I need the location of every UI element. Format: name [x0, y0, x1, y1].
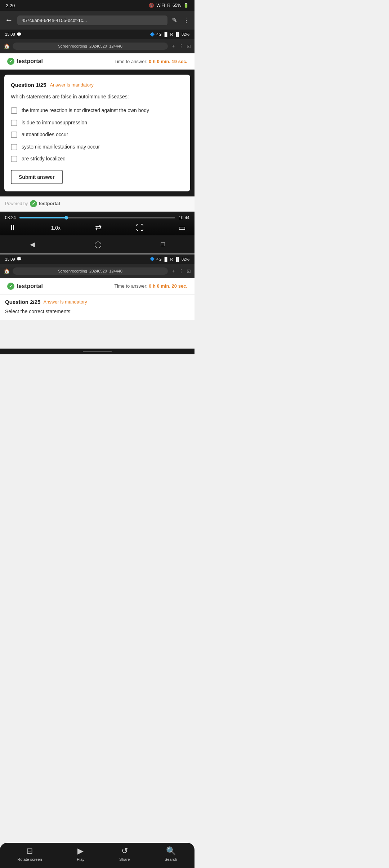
option-item-1[interactable]: the immune reaction is not directed agai…	[11, 107, 184, 114]
video-controls-1[interactable]: 03:24 10:44 ⏸ 1.0x ⇄ ⛶ ▭	[0, 212, 194, 235]
progress-start-1: 03:24	[5, 215, 16, 220]
inner-battery-2: 82%	[182, 257, 189, 261]
inner-menu-icon-2: ⋮	[179, 268, 184, 274]
inner-plus-icon: ＋	[171, 43, 176, 49]
inner-signal-3: ▐▌	[163, 257, 169, 261]
option-label-4: systemic manifestations may occur	[22, 143, 100, 151]
pip-icon[interactable]: ▭	[178, 223, 186, 232]
inner-4g-label-2: 4G	[156, 257, 162, 261]
whatsapp-icon-2: 💬	[17, 257, 22, 261]
question-header-1: Question 1/25 Answer is mandatory	[11, 82, 184, 88]
browser-action-icons: ✎ ⋮	[172, 16, 189, 24]
status-right: 📵 WiFi R 65% 🔋	[149, 3, 189, 8]
recents-nav-1[interactable]: □	[161, 240, 165, 248]
timer-value-1: 0 h 0 min. 19 sec.	[149, 59, 187, 64]
video-block-1: 13:08 💬 🔷 4G ▐▌ R ▐▌ 82% 🏠 Screenrecordi…	[0, 30, 194, 253]
question-text-2: Select the correct statements:	[5, 308, 189, 315]
speed-label-1[interactable]: 1.0x	[51, 225, 61, 231]
option-label-1: the immune reaction is not directed agai…	[22, 107, 149, 114]
inner-scan-icon-2: ⊡	[187, 268, 191, 274]
status-time: 2:20	[6, 3, 15, 8]
question-number-2: Question 2/25	[5, 299, 40, 305]
pause-button-1[interactable]: ⏸	[9, 223, 17, 232]
testportal-logo-1: ✓ testportal	[7, 58, 43, 65]
inner-signal-1: ▐▌	[163, 32, 169, 36]
inner-scan-icon: ⊡	[187, 43, 191, 49]
inner-home-icon: 🏠	[4, 43, 10, 49]
inner-status-bar-1: 13:08 💬 🔷 4G ▐▌ R ▐▌ 82%	[0, 30, 194, 39]
browser-toolbar: ← 457c6ab9-6d4e-4155-bcbf-1c... ✎ ⋮	[0, 11, 194, 30]
inner-browser-bar-2: 🏠 Screenrecording_20240520_124440 ＋ ⋮ ⊡	[0, 264, 194, 278]
signal-label: R	[167, 3, 170, 8]
checkbox-5[interactable]	[11, 156, 17, 162]
back-nav-1[interactable]: ◀	[30, 240, 35, 248]
inner-r-label: R	[170, 32, 173, 36]
inner-browser-bar-1: 🏠 Screenrecording_20240520_124440 ＋ ⋮ ⊡	[0, 39, 194, 53]
powered-logo-1: ✓ testportal	[30, 200, 60, 207]
inner-signal-4: ▐▌	[174, 257, 180, 261]
testportal-logo-2: ✓ testportal	[7, 283, 43, 290]
testportal-header-1: ✓ testportal Time to answer: 0 h 0 min. …	[0, 53, 194, 70]
progress-row-1: 03:24 10:44	[5, 215, 189, 220]
battery-label: 65%	[173, 3, 181, 8]
check-circle-icon-2: ✓	[7, 283, 14, 290]
option-list-1: the immune reaction is not directed agai…	[11, 107, 184, 163]
timer-1: Time to answer: 0 h 0 min. 19 sec.	[114, 59, 187, 64]
wifi-icon: WiFi	[156, 3, 165, 8]
inner-bt-icon-2: 🔷	[150, 257, 155, 261]
testportal-name-1: testportal	[17, 58, 43, 65]
inner-url-bar-1: Screenrecording_20240520_124440	[13, 43, 168, 50]
browser-url-bar[interactable]: 457c6ab9-6d4e-4155-bcbf-1c...	[17, 15, 167, 25]
powered-by-label-1: Powered by	[5, 201, 28, 206]
timer-label-2: Time to answer:	[114, 283, 147, 289]
inner-bt-icon: 🔷	[150, 32, 155, 37]
timer-2: Time to answer: 0 h 0 min. 20 sec.	[114, 283, 187, 289]
android-nav-1: ◀ ◯ □	[0, 235, 194, 253]
progress-end-1: 10:44	[179, 215, 189, 220]
testportal-header-2: ✓ testportal Time to answer: 0 h 0 min. …	[0, 278, 194, 294]
option-item-2[interactable]: is due to immunosuppression	[11, 119, 184, 127]
check-circle-powered-1: ✓	[30, 200, 37, 207]
checkbox-3[interactable]	[11, 132, 17, 138]
option-label-5: are strictly localized	[22, 155, 66, 163]
checkbox-1[interactable]	[11, 107, 17, 114]
progress-bar-bg-1[interactable]	[19, 217, 175, 218]
checkbox-4[interactable]	[11, 144, 17, 150]
edit-icon[interactable]: ✎	[172, 16, 177, 24]
outer-status-bar: 2:20 📵 WiFi R 65% 🔋	[0, 0, 194, 11]
progress-bar-fill-1	[19, 217, 66, 218]
back-button[interactable]: ←	[5, 15, 13, 25]
inner-battery-1: 82%	[182, 32, 189, 36]
powered-logo-text-1: testportal	[39, 201, 60, 206]
check-circle-icon-1: ✓	[7, 58, 14, 65]
testportal-name-2: testportal	[17, 283, 43, 289]
inner-plus-icon-2: ＋	[171, 268, 176, 274]
inner-time-2: 13:09	[5, 257, 15, 261]
progress-dot-1	[64, 216, 68, 220]
mandatory-badge-2: Answer is mandatory	[43, 299, 87, 305]
inner-time-1: 13:08	[5, 32, 15, 36]
whatsapp-icon: 💬	[17, 32, 22, 37]
option-item-5[interactable]: are strictly localized	[11, 155, 184, 163]
inner-status-bar-2: 13:09 💬 🔷 4G ▐▌ R ▐▌ 82%	[0, 254, 194, 264]
option-item-4[interactable]: systemic manifestations may occur	[11, 143, 184, 151]
mandatory-badge-1: Answer is mandatory	[50, 82, 93, 88]
question-card-2: Question 2/25 Answer is mandatory Select…	[0, 294, 194, 320]
video-block-2: 13:09 💬 🔷 4G ▐▌ R ▐▌ 82% 🏠 Screenrecordi…	[0, 254, 194, 320]
home-nav-1[interactable]: ◯	[94, 240, 102, 248]
inner-home-icon-2: 🏠	[4, 268, 10, 274]
shuffle-icon[interactable]: ⇄	[95, 223, 102, 232]
timer-label-1: Time to answer:	[114, 59, 147, 64]
option-item-3[interactable]: autoantibodies occur	[11, 131, 184, 138]
question-number-1: Question 1/25	[11, 82, 46, 88]
fullscreen-icon[interactable]: ⛶	[136, 223, 144, 232]
more-menu-icon[interactable]: ⋮	[183, 16, 189, 24]
question-text-1: Which statements are false in autoimmune…	[11, 93, 184, 101]
scroll-pill	[83, 351, 112, 352]
inner-4g-label: 4G	[156, 32, 162, 36]
scroll-indicator	[0, 349, 194, 354]
submit-button-1[interactable]: Submit answer	[11, 170, 63, 184]
question-card-1: Question 1/25 Answer is mandatory Which …	[4, 75, 190, 191]
checkbox-2[interactable]	[11, 120, 17, 126]
question-header-2: Question 2/25 Answer is mandatory	[5, 299, 189, 305]
